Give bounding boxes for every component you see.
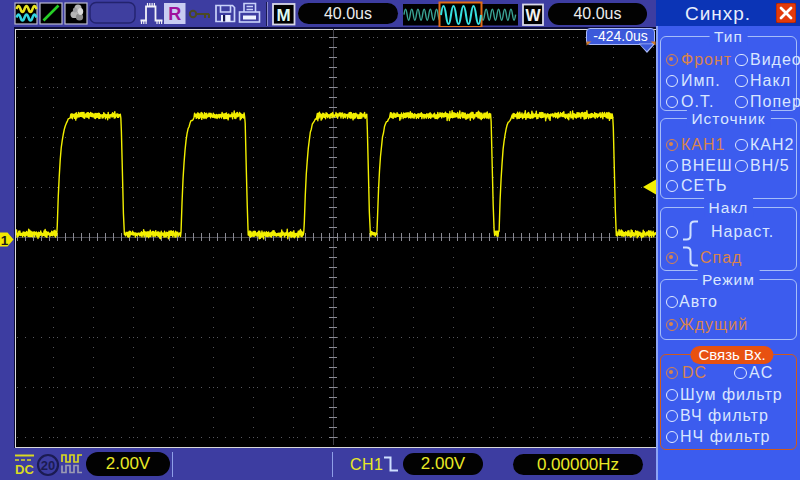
svg-text:M: M	[277, 6, 291, 25]
svg-text:CH1: CH1	[350, 456, 384, 473]
svg-text:R: R	[168, 4, 181, 24]
svg-text:20: 20	[41, 458, 55, 473]
svg-text:DC: DC	[15, 462, 34, 477]
svg-text:1: 1	[1, 232, 9, 247]
svg-text:W: W	[525, 7, 541, 24]
